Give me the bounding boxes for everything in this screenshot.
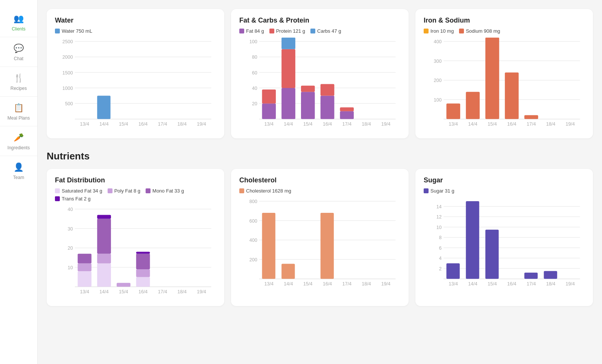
svg-text:16/4: 16/4	[323, 281, 332, 287]
svg-text:15/4: 15/4	[303, 281, 312, 287]
sidebar-icon-4: 🥕	[13, 132, 25, 144]
svg-text:200: 200	[434, 78, 442, 83]
svg-rect-41	[321, 84, 334, 96]
sidebar-icon-0: 👥	[13, 13, 25, 25]
sidebar-item-chat[interactable]: 💬 Chat	[0, 37, 37, 67]
card-title: Iron & Sodium	[424, 17, 585, 24]
svg-text:16/4: 16/4	[507, 121, 516, 127]
svg-text:19/4: 19/4	[381, 281, 390, 287]
chart-area: 500100015002000250013/414/415/416/417/41…	[55, 38, 216, 132]
svg-rect-57	[446, 103, 460, 119]
svg-text:17/4: 17/4	[342, 121, 351, 127]
legend-item: Mono Fat 33 g	[146, 188, 184, 194]
svg-rect-131	[446, 263, 459, 279]
svg-text:19/4: 19/4	[566, 281, 575, 287]
svg-text:18/4: 18/4	[546, 281, 555, 287]
legend-item: Water 750 mL	[55, 28, 92, 34]
svg-text:13/4: 13/4	[80, 121, 89, 127]
svg-text:14/4: 14/4	[99, 121, 108, 127]
svg-text:40: 40	[252, 86, 257, 91]
top-charts-row: WaterWater 750 mL500100015002000250013/4…	[47, 9, 593, 138]
legend-item: Sugar 31 g	[424, 188, 455, 194]
legend-label: Water 750 mL	[62, 28, 92, 34]
svg-rect-61	[485, 38, 499, 119]
svg-rect-34	[281, 49, 295, 88]
sidebar-icon-3: 📋	[13, 102, 25, 114]
chart-legend: Iron 10 mgSodium 908 mg	[424, 28, 585, 34]
svg-rect-84	[97, 219, 111, 254]
svg-text:14/4: 14/4	[468, 281, 477, 287]
sidebar-item-meal-plans[interactable]: 📋 Meal Plans	[0, 97, 37, 126]
svg-text:15/4: 15/4	[488, 281, 497, 287]
legend-label: Poly Fat 8 g	[114, 188, 140, 194]
sidebar-item-recipes[interactable]: 🍴 Recipes	[0, 67, 37, 97]
chart-legend: Water 750 mL	[55, 28, 216, 34]
svg-text:13/4: 13/4	[449, 281, 458, 287]
svg-text:16/4: 16/4	[138, 121, 147, 127]
legend-color-dot	[55, 29, 60, 33]
sidebar-item-team[interactable]: 👤 Team	[0, 156, 37, 185]
svg-text:400: 400	[434, 39, 442, 44]
legend-item: Cholesterol 1628 mg	[239, 188, 291, 194]
svg-text:18/4: 18/4	[177, 289, 186, 294]
svg-rect-108	[281, 264, 295, 279]
svg-rect-87	[117, 283, 131, 287]
svg-text:20: 20	[252, 101, 257, 106]
chart-legend: Fat 84 gProtein 121 gCarbs 47 g	[239, 28, 400, 34]
legend-label: Fat 84 g	[246, 28, 264, 34]
svg-text:14/4: 14/4	[468, 121, 477, 127]
svg-text:17/4: 17/4	[158, 121, 167, 127]
svg-text:30: 30	[68, 226, 73, 231]
sidebar-item-clients[interactable]: 👥 Clients	[0, 8, 37, 37]
legend-color-dot	[269, 29, 274, 33]
chart-card-sugar: SugarSugar 31 g246810121413/414/415/416/…	[415, 169, 593, 306]
svg-rect-44	[340, 108, 354, 111]
legend-label: Protein 121 g	[276, 28, 305, 34]
legend-item: Trans Fat 2 g	[55, 196, 91, 202]
chart-area: 2040608010013/414/415/416/417/418/419/4	[239, 38, 400, 132]
chart-area: 1020304013/414/415/416/417/418/419/4	[55, 205, 216, 300]
svg-rect-37	[301, 92, 315, 119]
chart-legend: Saturated Fat 34 gPoly Fat 8 gMono Fat 3…	[55, 188, 216, 202]
legend-color-dot	[459, 29, 464, 33]
svg-rect-78	[78, 271, 91, 287]
legend-label: Sodium 908 mg	[466, 28, 500, 34]
chart-card-fat-distribution: Fat DistributionSaturated Fat 34 gPoly F…	[47, 169, 224, 306]
svg-text:10: 10	[436, 225, 442, 230]
svg-text:500: 500	[65, 101, 73, 106]
svg-text:80: 80	[252, 55, 257, 60]
svg-rect-92	[136, 252, 150, 253]
chart-card-iron-sodium: Iron & SodiumIron 10 mgSodium 908 mg1002…	[415, 9, 593, 138]
card-title: Sugar	[424, 176, 585, 184]
legend-color-dot	[55, 188, 60, 193]
svg-text:100: 100	[249, 39, 257, 44]
legend-label: Mono Fat 33 g	[152, 188, 184, 194]
sidebar-label-1: Chat	[14, 56, 23, 61]
legend-item: Iron 10 mg	[424, 28, 454, 34]
sidebar-icon-5: 👤	[13, 161, 25, 173]
chart-legend: Sugar 31 g	[424, 188, 585, 194]
svg-rect-106	[262, 213, 275, 279]
svg-text:4: 4	[439, 256, 442, 261]
svg-rect-40	[321, 96, 334, 119]
legend-item: Sodium 908 mg	[459, 28, 500, 34]
svg-rect-79	[78, 263, 91, 271]
legend-label: Trans Fat 2 g	[62, 196, 91, 202]
nutrients-charts-row: Fat DistributionSaturated Fat 34 gPoly F…	[47, 169, 593, 306]
chart-area: 10020030040013/414/415/416/417/418/419/4	[424, 38, 585, 132]
svg-text:100: 100	[434, 97, 442, 103]
svg-text:200: 200	[249, 257, 257, 262]
svg-text:16/4: 16/4	[323, 121, 332, 127]
legend-item: Poly Fat 8 g	[108, 188, 140, 194]
svg-text:16/4: 16/4	[138, 289, 147, 294]
sidebar: 👥 Clients 💬 Chat 🍴 Recipes 📋 Meal Plans …	[0, 0, 38, 364]
svg-text:1500: 1500	[62, 70, 73, 76]
legend-color-dot	[310, 29, 315, 33]
svg-text:300: 300	[434, 59, 442, 64]
sidebar-label-5: Team	[13, 175, 24, 180]
sidebar-item-ingredients[interactable]: 🥕 Ingredients	[0, 126, 37, 156]
svg-text:13/4: 13/4	[80, 289, 89, 294]
sidebar-label-2: Recipes	[11, 86, 27, 91]
svg-rect-85	[97, 215, 111, 218]
svg-text:17/4: 17/4	[342, 281, 351, 287]
